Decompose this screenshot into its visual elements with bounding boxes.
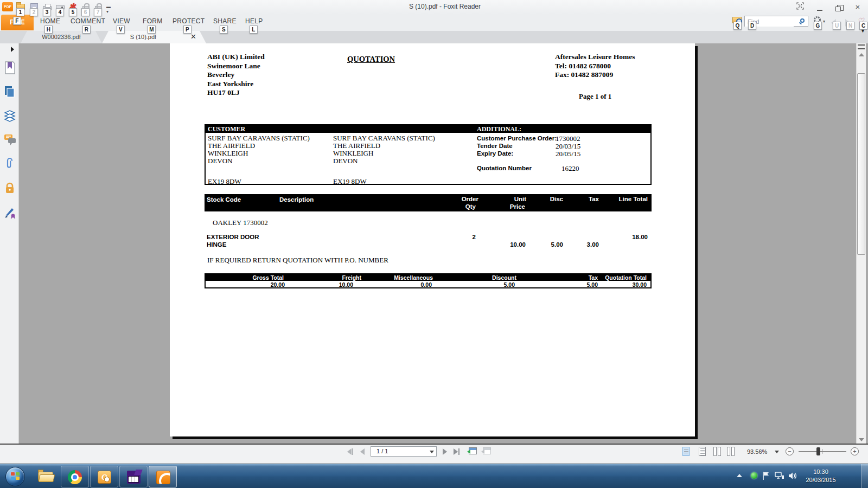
additional-label: Expiry Date: [477,150,513,157]
chrome-taskbar-button[interactable] [61,466,89,487]
scroll-down-icon[interactable] [859,438,864,441]
quotation-number-value: 16220 [561,164,579,173]
print-button[interactable]: 3 [42,2,53,12]
split-view-handle[interactable] [858,44,865,49]
volume-tray-button[interactable] [788,471,797,483]
qat-dropdown-icon[interactable]: ▬▾ [106,4,111,14]
asterisk-button[interactable]: ✱5 [68,2,79,12]
layers-icon [4,110,16,123]
collapse-ribbon-icon[interactable]: ▼ [860,28,865,34]
restore-button[interactable] [831,2,845,12]
taskbar-clock[interactable]: 10:30 20/03/2015 [802,468,840,484]
company-address: ABI (UK) Limited Swinemoor Lane Beverley… [207,53,265,98]
document-type-title: QUOTATION [347,55,395,64]
continuous-view-icon[interactable] [699,447,706,456]
first-page-icon[interactable] [347,448,352,455]
fullscreen-button[interactable] [793,2,807,12]
last-page-icon[interactable] [454,448,458,455]
quotation-note: IF REQUIRED RETURN QUOTATION WITH P.O. N… [207,256,388,265]
tray-status-icon[interactable] [751,472,757,479]
find-key-hint: D [748,22,756,30]
fullscreen-icon [796,2,804,10]
menu-form[interactable]: FORMM [143,17,163,25]
expand-panel-icon[interactable] [11,47,14,52]
network-icon [775,471,784,480]
comments-panel-button[interactable] [4,134,16,146]
minimize-icon [817,9,822,11]
additional-label: Tender Date [477,143,513,149]
item-row: EXTERIOR DOOR HINGE 2 10.00 5.00 3.00 18… [205,234,652,249]
zoom-in-button[interactable]: + [851,447,859,455]
file-key-hint: F [13,17,21,25]
grid-app-icon [127,471,141,484]
lock-button-2[interactable]: 7 [93,2,104,12]
restore-icon [835,7,841,11]
action-center-button[interactable] [762,471,770,483]
menu-protect[interactable]: PROTECTP [173,17,205,25]
foxit-logo-icon[interactable]: PDF [2,2,13,11]
col-unit-price-line1: Unit [514,196,526,202]
item-disc: 5.00 [551,241,563,248]
quotation-number-label: Quotation Number [477,165,532,171]
pages-panel-button[interactable] [4,85,16,97]
total-value-freight: 10.00 [339,281,353,288]
scrollbar-thumb[interactable] [857,73,865,255]
foxit-taskbar-button[interactable] [149,466,177,487]
signature-icon [4,206,17,219]
lock-button-1[interactable]: 6 [80,2,91,12]
forward-key-hint: N [846,22,854,30]
file-explorer-button[interactable] [38,471,54,483]
attachments-panel-button[interactable] [4,157,16,169]
continuous-facing-view-icon[interactable] [727,447,736,456]
show-desktop-button[interactable] [861,464,868,488]
layers-panel-button[interactable] [4,110,16,121]
network-tray-button[interactable] [775,471,784,483]
grid-app-taskbar-button[interactable] [119,466,148,487]
close-button[interactable]: × [851,2,865,12]
next-page-icon[interactable] [443,448,447,455]
paperclip-icon [4,157,16,170]
total-header-discount: Discount [492,274,516,281]
chrome-icon [68,470,82,484]
bookmarks-panel-button[interactable] [4,61,16,73]
item-group-label: OAKLEY 1730002 [213,219,268,227]
page-number-combobox[interactable]: 1 / 1 [371,446,437,457]
customer-address-col1: SURF BAY CARAVANS (STATIC) THE AIRFIELD … [208,134,310,165]
previous-view-icon[interactable] [469,447,477,454]
next-view-icon[interactable] [483,447,491,454]
menu-help[interactable]: HELPL [245,17,263,25]
col-stock-code: Stock Code [207,196,241,203]
total-value-gross: 20.00 [271,281,285,288]
menu-share[interactable]: SHARES [213,17,237,25]
security-panel-button[interactable] [4,182,16,194]
save-button[interactable]: 2 [29,2,40,12]
total-value-quotation-total: 30.00 [633,281,647,288]
vertical-scrollbar[interactable] [856,43,866,444]
file-menu-button[interactable]: FILE F [1,15,34,30]
outlook-taskbar-button[interactable]: O [90,466,118,487]
zoom-out-button[interactable]: − [786,447,794,455]
show-hidden-icons-button[interactable] [737,474,742,477]
menu-home[interactable]: HOMEH [40,17,60,25]
zoom-caret-icon[interactable] [775,451,779,453]
start-button[interactable] [5,467,25,486]
scroll-up-icon[interactable] [859,53,864,56]
email-button[interactable]: 4 [55,2,66,12]
facing-view-icon[interactable] [713,447,722,456]
col-description: Description [279,196,314,203]
flag-icon [762,471,770,480]
previous-page-icon[interactable] [360,448,365,455]
item-unit-price: 10.00 [510,241,526,248]
minimize-button[interactable] [813,2,827,12]
signature-panel-button[interactable] [4,206,16,218]
zoom-slider-handle[interactable] [816,447,820,455]
single-page-view-icon[interactable] [682,447,690,456]
search-icon[interactable] [800,18,805,23]
zoom-slider-track[interactable] [799,451,846,452]
menu-view[interactable]: VIEWV [113,17,130,25]
outlook-icon: O [98,471,111,484]
open-file-button[interactable]: 1 [15,2,26,12]
settings-caret-icon[interactable]: ▾ [823,19,825,24]
tab-label: S (10).pdf [130,34,156,40]
menu-comment[interactable]: COMMENTR [71,17,105,25]
